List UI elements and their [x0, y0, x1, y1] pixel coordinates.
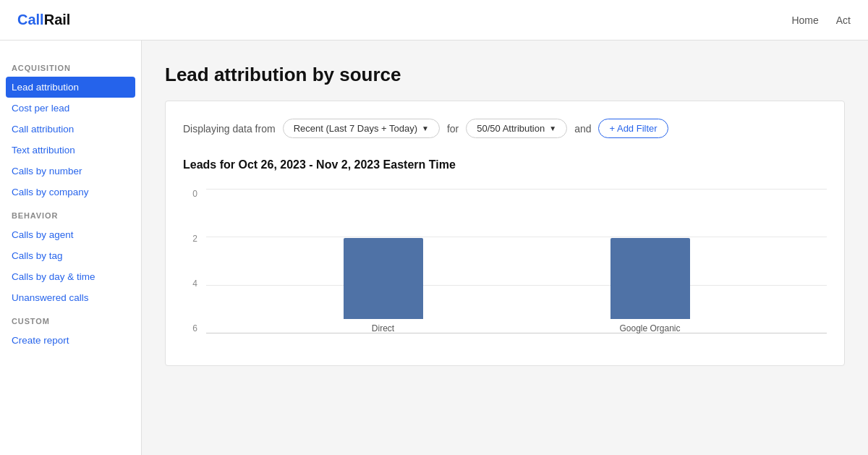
add-filter-label: + Add Filter	[609, 123, 657, 134]
bar-google-organic	[610, 238, 690, 320]
top-nav: CallRail Home Act	[0, 0, 868, 41]
y-axis: 6 4 2 0	[183, 189, 197, 348]
y-label-2: 2	[183, 234, 197, 244]
page-title: Lead attribution by source	[165, 64, 845, 86]
displaying-label: Displaying data from	[183, 123, 276, 135]
and-label: and	[574, 123, 591, 135]
main-content: Lead attribution by source Displaying da…	[142, 41, 868, 455]
sidebar-item-cost-per-lead[interactable]: Cost per lead	[0, 98, 141, 119]
nav-act[interactable]: Act	[836, 14, 851, 26]
sidebar-item-unanswered-calls[interactable]: Unanswered calls	[0, 287, 141, 308]
report-card: Displaying data from Recent (Last 7 Days…	[165, 101, 845, 366]
layout: ACQUISITIONLead attributionCost per lead…	[0, 41, 868, 455]
sidebar-item-text-attribution[interactable]: Text attribution	[0, 140, 141, 161]
sidebar-item-calls-by-company[interactable]: Calls by company	[0, 182, 141, 203]
bar-label-google-organic: Google Organic	[619, 323, 680, 333]
sidebar-item-call-attribution[interactable]: Call attribution	[0, 119, 141, 140]
sidebar-section-behavior: BEHAVIOR	[0, 203, 141, 224]
y-label-3: 0	[183, 189, 197, 199]
sidebar-item-calls-by-agent[interactable]: Calls by agent	[0, 224, 141, 245]
bar-group-direct: Direct	[250, 238, 516, 334]
filter-bar: Displaying data from Recent (Last 7 Days…	[183, 119, 827, 138]
nav-links: Home Act	[791, 14, 851, 26]
logo-part1: Call	[17, 12, 44, 27]
attribution-dropdown[interactable]: 50/50 Attribution ▼	[466, 119, 567, 138]
bar-label-direct: Direct	[372, 323, 394, 333]
bar-group-google-organic: Google Organic	[516, 238, 783, 334]
add-filter-button[interactable]: + Add Filter	[598, 119, 668, 138]
chevron-down-icon: ▼	[422, 124, 429, 132]
attribution-value: 50/50 Attribution	[477, 123, 545, 134]
date-range-dropdown[interactable]: Recent (Last 7 Days + Today) ▼	[283, 119, 440, 138]
logo: CallRail	[17, 12, 70, 28]
sidebar-section-custom: CUSTOM	[0, 308, 141, 330]
sidebar-item-lead-attribution[interactable]: Lead attribution	[6, 77, 135, 98]
y-label-0: 6	[183, 323, 197, 333]
date-range-value: Recent (Last 7 Days + Today)	[294, 123, 417, 134]
chevron-down-icon-2: ▼	[549, 124, 556, 132]
for-label: for	[447, 123, 459, 135]
chart-inner: Direct Google Organic	[206, 189, 827, 348]
sidebar-item-create-report[interactable]: Create report	[0, 330, 141, 351]
nav-home[interactable]: Home	[791, 14, 818, 26]
bars-row: Direct Google Organic	[206, 189, 827, 333]
sidebar-item-calls-by-day-time[interactable]: Calls by day & time	[0, 266, 141, 287]
logo-part2: Rail	[44, 12, 71, 27]
bar-direct	[344, 238, 423, 320]
chart-area: 6 4 2 0	[183, 189, 827, 348]
sidebar-item-calls-by-tag[interactable]: Calls by tag	[0, 245, 141, 266]
chart-title: Leads for Oct 26, 2023 - Nov 2, 2023 Eas…	[183, 158, 827, 171]
y-label-1: 4	[183, 278, 197, 289]
sidebar: ACQUISITIONLead attributionCost per lead…	[0, 41, 142, 455]
sidebar-section-acquisition: ACQUISITION	[0, 55, 141, 77]
sidebar-item-calls-by-number[interactable]: Calls by number	[0, 161, 141, 182]
